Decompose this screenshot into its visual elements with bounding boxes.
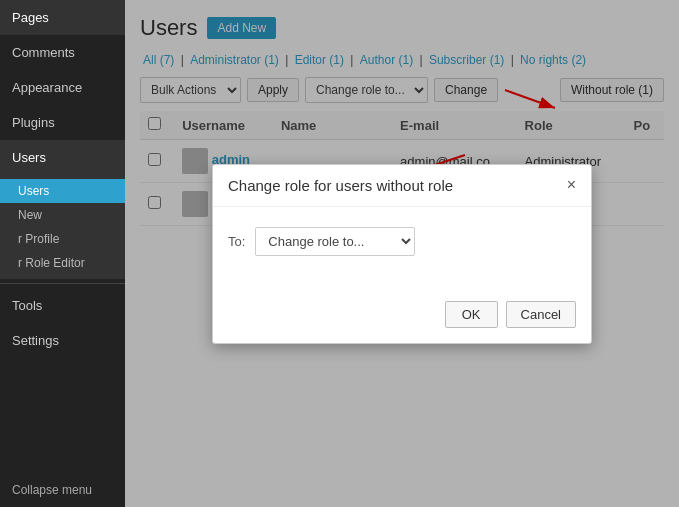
sidebar-sub-role-editor[interactable]: r Role Editor: [0, 251, 125, 275]
modal-to-label: To:: [228, 234, 245, 249]
modal-header: Change role for users without role ×: [213, 165, 591, 207]
sidebar-item-tools[interactable]: Tools: [0, 288, 125, 323]
modal-role-select[interactable]: Change role to...: [255, 227, 415, 256]
modal-overlay: Change role for users without role × To:…: [125, 0, 679, 507]
modal-body: To: Change role to...: [213, 207, 591, 291]
modal-field-role: To: Change role to...: [228, 227, 576, 256]
sidebar-item-settings[interactable]: Settings: [0, 323, 125, 358]
sidebar-item-comments[interactable]: Comments: [0, 35, 125, 70]
main-content: Users Add New All (7) | Administrator (1…: [125, 0, 679, 507]
sidebar-submenu-users: Users New r Profile r Role Editor: [0, 175, 125, 279]
sidebar-item-appearance[interactable]: Appearance: [0, 70, 125, 105]
sidebar-sub-profile[interactable]: r Profile: [0, 227, 125, 251]
modal-footer: OK Cancel: [213, 291, 591, 343]
sidebar-collapse-menu[interactable]: Collapse menu: [0, 473, 125, 507]
modal-title: Change role for users without role: [228, 177, 453, 194]
modal-close-button[interactable]: ×: [567, 177, 576, 193]
sidebar-item-pages[interactable]: Pages: [0, 0, 125, 35]
sidebar: Pages Comments Appearance Plugins Users …: [0, 0, 125, 507]
modal-cancel-button[interactable]: Cancel: [506, 301, 576, 328]
sidebar-sub-new[interactable]: New: [0, 203, 125, 227]
sidebar-item-users[interactable]: Users: [0, 140, 125, 175]
sidebar-divider-1: [0, 283, 125, 284]
modal-ok-button[interactable]: OK: [445, 301, 498, 328]
change-role-modal: Change role for users without role × To:…: [212, 164, 592, 344]
sidebar-item-plugins[interactable]: Plugins: [0, 105, 125, 140]
sidebar-sub-users[interactable]: Users: [0, 179, 125, 203]
